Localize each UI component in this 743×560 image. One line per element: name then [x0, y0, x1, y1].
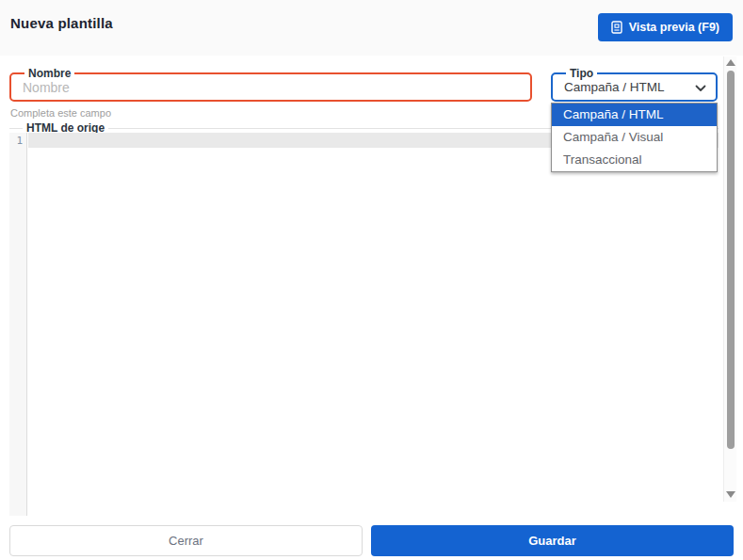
- triangle-up-icon: [726, 59, 735, 66]
- tipo-dropdown-list: Campaña / HTML Campaña / Visual Transacc…: [551, 103, 718, 172]
- close-button[interactable]: Cerrar: [9, 525, 363, 556]
- html-editor-group: HTML de orige 1: [9, 128, 719, 560]
- dialog-footer: Cerrar Guardar: [0, 516, 743, 560]
- preview-button[interactable]: Vista previa (F9): [598, 13, 733, 41]
- new-template-dialog: Nueva plantilla Vista previa (F9) Nombre…: [0, 0, 743, 560]
- triangle-down-icon: [726, 491, 735, 498]
- scrollbar-thumb[interactable]: [727, 71, 735, 449]
- dropdown-option-campana-html[interactable]: Campaña / HTML: [552, 104, 717, 126]
- scrollbar-down-button[interactable]: [726, 491, 735, 499]
- tipo-select[interactable]: Campaña / HTML: [553, 74, 716, 100]
- name-input[interactable]: [11, 74, 530, 100]
- dialog-content: Nombre Completa este campo Tipo Campaña …: [0, 56, 743, 516]
- save-button[interactable]: Guardar: [371, 525, 734, 556]
- page-title: Nueva plantilla: [10, 15, 113, 31]
- tipo-field-group: Tipo Campaña / HTML: [551, 72, 718, 102]
- dropdown-option-campana-visual[interactable]: Campaña / Visual: [552, 126, 717, 149]
- preview-button-label: Vista previa (F9): [629, 21, 719, 34]
- line-number: 1: [9, 133, 26, 148]
- html-source-editor[interactable]: 1: [9, 133, 719, 560]
- dropdown-option-transaccional[interactable]: Transaccional: [552, 149, 717, 171]
- vertical-scrollbar[interactable]: [723, 56, 736, 502]
- tipo-select-value: Campaña / HTML: [564, 80, 695, 94]
- document-preview-icon: [611, 21, 622, 34]
- scrollbar-up-button[interactable]: [726, 59, 735, 67]
- name-helper-text: Completa este campo: [10, 107, 111, 119]
- dialog-header: Nueva plantilla Vista previa (F9): [0, 0, 743, 56]
- name-field-group: Nombre: [9, 72, 532, 102]
- editor-gutter: 1: [9, 133, 27, 560]
- chevron-down-icon: [695, 79, 706, 96]
